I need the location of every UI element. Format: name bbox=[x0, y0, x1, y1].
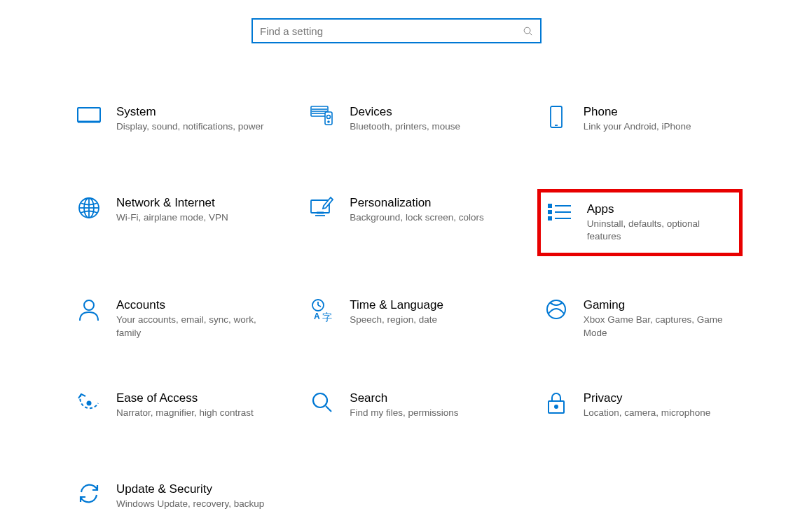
svg-point-10 bbox=[328, 121, 329, 122]
tile-text: Time & Language Speech, region, date bbox=[350, 298, 503, 326]
search-icon bbox=[523, 26, 533, 36]
tile-gaming[interactable]: Gaming Xbox Game Bar, captures, Game Mod… bbox=[537, 291, 743, 349]
ease-of-access-icon bbox=[76, 391, 102, 415]
apps-icon bbox=[546, 202, 573, 222]
tile-text: Privacy Location, camera, microphone bbox=[584, 391, 737, 419]
svg-point-37 bbox=[555, 405, 558, 408]
tile-devices[interactable]: Devices Bluetooth, printers, mouse bbox=[303, 98, 509, 154]
tile-text: Search Find my files, permissions bbox=[350, 391, 503, 419]
tile-search[interactable]: Search Find my files, permissions bbox=[303, 384, 509, 440]
tile-desc: Xbox Game Bar, captures, Game Mode bbox=[584, 314, 734, 339]
tile-text: Network & Internet Wi-Fi, airplane mode,… bbox=[116, 196, 270, 224]
tile-desc: Find my files, permissions bbox=[350, 407, 500, 419]
tile-title: Apps bbox=[587, 202, 731, 216]
search-box[interactable] bbox=[251, 18, 542, 43]
svg-rect-2 bbox=[78, 108, 100, 122]
tile-title: Time & Language bbox=[350, 298, 500, 312]
tile-text: Apps Uninstall, defaults, optional featu… bbox=[587, 202, 733, 243]
tile-text: Gaming Xbox Game Bar, captures, Game Mod… bbox=[584, 298, 737, 339]
tile-title: Ease of Access bbox=[116, 391, 267, 405]
tile-desc: Narrator, magnifier, high contrast bbox=[116, 407, 267, 419]
devices-icon bbox=[309, 105, 336, 127]
tile-desc: Your accounts, email, sync, work, family bbox=[116, 314, 267, 339]
tile-title: System bbox=[116, 105, 267, 119]
tile-title: Phone bbox=[584, 105, 734, 119]
system-icon bbox=[76, 105, 102, 125]
update-icon bbox=[76, 482, 102, 505]
tile-title: Gaming bbox=[584, 298, 734, 312]
tile-text: Accounts Your accounts, email, sync, wor… bbox=[116, 298, 270, 339]
tile-title: Personalization bbox=[350, 196, 500, 210]
tile-title: Search bbox=[350, 391, 500, 405]
tile-text: Phone Link your Android, iPhone bbox=[584, 105, 737, 133]
time-language-icon: A 字 bbox=[309, 298, 336, 322]
tile-privacy[interactable]: Privacy Location, camera, microphone bbox=[537, 384, 743, 440]
tile-desc: Windows Update, recovery, backup bbox=[116, 498, 267, 510]
svg-point-0 bbox=[524, 27, 530, 34]
personalization-icon bbox=[309, 196, 336, 218]
tile-phone[interactable]: Phone Link your Android, iPhone bbox=[537, 98, 743, 154]
search-container bbox=[251, 18, 542, 43]
phone-icon bbox=[543, 105, 570, 129]
svg-line-29 bbox=[318, 305, 321, 307]
svg-rect-22 bbox=[549, 217, 551, 220]
accounts-icon bbox=[76, 298, 102, 322]
tile-system[interactable]: System Display, sound, notifications, po… bbox=[70, 98, 275, 154]
gaming-icon bbox=[543, 298, 570, 321]
tile-title: Privacy bbox=[584, 391, 734, 405]
tile-title: Devices bbox=[350, 105, 500, 119]
search-category-icon bbox=[309, 391, 336, 414]
svg-line-1 bbox=[530, 32, 532, 34]
tile-network[interactable]: Network & Internet Wi-Fi, airplane mode,… bbox=[70, 189, 275, 256]
svg-rect-20 bbox=[549, 204, 551, 207]
tile-desc: Speech, region, date bbox=[350, 314, 500, 326]
tile-title: Accounts bbox=[116, 298, 267, 312]
svg-point-33 bbox=[87, 400, 92, 405]
tile-desc: Wi-Fi, airplane mode, VPN bbox=[116, 211, 267, 224]
tile-personalization[interactable]: Personalization Background, lock screen,… bbox=[303, 189, 509, 256]
lock-icon bbox=[543, 391, 570, 415]
svg-line-35 bbox=[326, 406, 331, 412]
tile-desc: Location, camera, microphone bbox=[584, 407, 734, 419]
tile-time-language[interactable]: A 字 Time & Language Speech, region, date bbox=[303, 291, 509, 349]
tile-desc: Bluetooth, printers, mouse bbox=[350, 120, 500, 133]
svg-point-34 bbox=[313, 393, 327, 407]
tile-text: System Display, sound, notifications, po… bbox=[116, 105, 270, 133]
search-input[interactable] bbox=[260, 25, 523, 37]
tile-desc: Uninstall, defaults, optional features bbox=[587, 218, 731, 243]
svg-rect-21 bbox=[549, 211, 551, 214]
svg-text:A: A bbox=[314, 312, 320, 321]
tile-title: Update & Security bbox=[116, 482, 267, 496]
tile-desc: Background, lock screen, colors bbox=[350, 211, 500, 224]
tile-ease-of-access[interactable]: Ease of Access Narrator, magnifier, high… bbox=[70, 384, 275, 440]
tile-title: Network & Internet bbox=[116, 196, 267, 210]
tile-text: Personalization Background, lock screen,… bbox=[350, 196, 503, 224]
svg-text:字: 字 bbox=[322, 312, 332, 322]
tile-update-security[interactable]: Update & Security Windows Update, recove… bbox=[70, 475, 275, 531]
svg-point-26 bbox=[84, 300, 94, 310]
settings-grid: System Display, sound, notifications, po… bbox=[70, 98, 743, 531]
tile-desc: Link your Android, iPhone bbox=[584, 120, 734, 133]
globe-icon bbox=[76, 196, 102, 220]
svg-rect-11 bbox=[551, 106, 562, 127]
tile-text: Devices Bluetooth, printers, mouse bbox=[350, 105, 503, 133]
tile-text: Ease of Access Narrator, magnifier, high… bbox=[116, 391, 270, 419]
tile-apps[interactable]: Apps Uninstall, defaults, optional featu… bbox=[537, 189, 743, 256]
tile-accounts[interactable]: Accounts Your accounts, email, sync, wor… bbox=[70, 291, 275, 349]
tile-desc: Display, sound, notifications, power bbox=[116, 120, 267, 133]
tile-text: Update & Security Windows Update, recove… bbox=[116, 482, 270, 510]
